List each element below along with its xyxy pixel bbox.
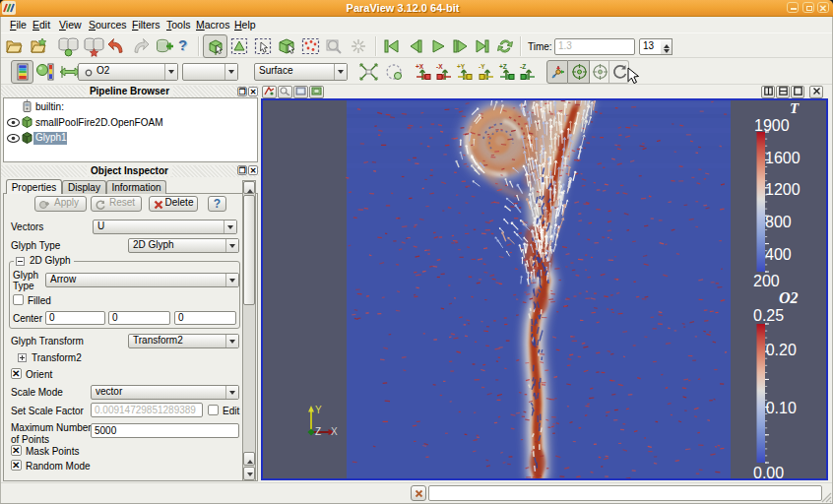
svg-text:1900: 1900	[754, 117, 790, 134]
svg-text:Y: Y	[315, 405, 322, 415]
svg-text:800: 800	[765, 214, 792, 230]
svg-text:0.25: 0.25	[753, 307, 784, 324]
svg-text:X: X	[331, 426, 338, 437]
svg-text:+Y: +Y	[457, 63, 466, 70]
svg-text:400: 400	[765, 246, 792, 263]
svg-text:-Z: -Z	[520, 63, 526, 70]
svg-text:1200: 1200	[765, 181, 801, 198]
svg-text:0.10: 0.10	[766, 400, 797, 416]
svg-text:200: 200	[753, 273, 780, 289]
svg-text:-Y: -Y	[479, 63, 485, 70]
svg-text:+Z: +Z	[499, 63, 507, 70]
svg-text:O2: O2	[779, 289, 799, 306]
svg-text:0.00: 0.00	[753, 465, 784, 480]
svg-text:-X: -X	[436, 63, 443, 70]
svg-text:1600: 1600	[765, 150, 801, 166]
svg-text:Z: Z	[315, 426, 321, 437]
svg-text:T: T	[790, 100, 800, 116]
svg-text:+X: +X	[416, 63, 424, 70]
svg-text:0.20: 0.20	[766, 342, 797, 358]
